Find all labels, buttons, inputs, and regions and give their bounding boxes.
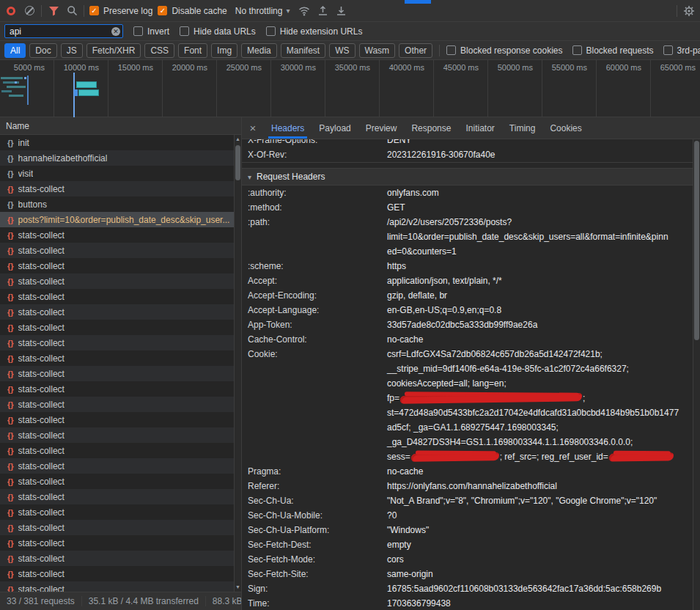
filter-chip-all[interactable]: All bbox=[4, 43, 26, 58]
request-row[interactable]: {}stats-collect bbox=[0, 504, 234, 520]
request-row[interactable]: {}stats-collect bbox=[0, 366, 234, 381]
filter-chip-img[interactable]: Img bbox=[211, 43, 237, 58]
request-row[interactable]: {}stats-collect bbox=[0, 381, 234, 397]
request-name: stats-collect bbox=[18, 261, 65, 271]
request-row[interactable]: {}stats-collect bbox=[0, 258, 234, 273]
request-row[interactable]: {}buttons bbox=[0, 196, 234, 212]
tab-payload[interactable]: Payload bbox=[312, 117, 358, 139]
header-value: en-GB,en-US;q=0.9,en;q=0.8 bbox=[387, 303, 693, 317]
request-row[interactable]: {}stats-collect bbox=[0, 243, 234, 258]
blocked-response-cookies-checkbox[interactable]: Blocked response cookies bbox=[446, 45, 562, 56]
header-value-line: ad5cf; _ga=GA1.1.689275447.1698003345; bbox=[387, 420, 682, 435]
request-row[interactable]: {}posts?limit=10&order=publish_date_desc… bbox=[0, 212, 234, 227]
detail-scrollbar[interactable] bbox=[693, 139, 700, 610]
filter-chip-other[interactable]: Other bbox=[399, 43, 432, 58]
request-row[interactable]: {}stats-collect bbox=[0, 520, 234, 535]
filter-chip-font[interactable]: Font bbox=[178, 43, 207, 58]
filter-chip-wasm[interactable]: Wasm bbox=[359, 43, 396, 58]
script-icon: {} bbox=[7, 262, 14, 271]
filter-chip-js[interactable]: JS bbox=[61, 43, 83, 58]
import-har-icon[interactable] bbox=[316, 4, 329, 18]
filter-chip-doc[interactable]: Doc bbox=[29, 43, 56, 58]
third-party-requests-checkbox[interactable]: 3rd-party requests bbox=[663, 45, 700, 56]
scroll-down-icon[interactable]: ▼ bbox=[235, 583, 240, 592]
network-overview-timeline[interactable]: 5000 ms10000 ms15000 ms20000 ms25000 ms3… bbox=[0, 60, 700, 117]
request-row[interactable]: {}stats-collect bbox=[0, 412, 234, 427]
scroll-up-icon[interactable]: ▲ bbox=[235, 135, 240, 144]
timeline-tick: 50000 ms bbox=[488, 60, 542, 117]
request-row[interactable]: {}stats-collect bbox=[0, 535, 234, 551]
tab-timing[interactable]: Timing bbox=[502, 117, 543, 139]
hide-extension-urls-checkbox[interactable]: Hide extension URLs bbox=[266, 26, 363, 37]
resources-size: 88.3 kB bbox=[206, 596, 241, 606]
request-row[interactable]: {}stats-collect bbox=[0, 458, 234, 474]
script-icon: {} bbox=[7, 169, 14, 178]
header-row: Sec-Fetch-Dest:empty bbox=[242, 537, 693, 552]
request-row[interactable]: {}stats-collect bbox=[0, 489, 234, 504]
header-value: application/json, text/plain, */* bbox=[387, 273, 693, 288]
request-row[interactable]: {}stats-collect bbox=[0, 474, 234, 489]
blocked-requests-checkbox[interactable]: Blocked requests bbox=[572, 45, 654, 56]
filter-chip-media[interactable]: Media bbox=[241, 43, 277, 58]
request-row[interactable]: {}stats-collect bbox=[0, 181, 234, 196]
header-name: Sec-Fetch-Mode: bbox=[248, 552, 387, 567]
checkbox bbox=[133, 26, 143, 36]
tab-preview[interactable]: Preview bbox=[358, 117, 405, 139]
request-name: buttons bbox=[18, 199, 47, 210]
request-row[interactable]: {}stats-collect bbox=[0, 427, 234, 443]
search-icon[interactable] bbox=[65, 4, 78, 18]
tab-cookies[interactable]: Cookies bbox=[542, 117, 589, 139]
throttling-dropdown[interactable]: No throttling ▾ bbox=[232, 4, 293, 18]
request-row[interactable]: {}stats-collect bbox=[0, 304, 234, 320]
request-row[interactable]: {}stats-collect bbox=[0, 581, 234, 592]
request-row[interactable]: {}stats-collect bbox=[0, 320, 234, 335]
filter-chip-ws[interactable]: WS bbox=[329, 43, 355, 58]
request-headers-section-header[interactable]: ▾ Request Headers bbox=[242, 168, 693, 185]
request-row[interactable]: {}stats-collect bbox=[0, 289, 234, 304]
request-row[interactable]: {}stats-collect bbox=[0, 273, 234, 289]
waterfall-block bbox=[78, 89, 99, 96]
filter-icon[interactable] bbox=[47, 4, 60, 18]
invert-checkbox[interactable]: Invert bbox=[133, 26, 169, 37]
tab-initiator[interactable]: Initiator bbox=[458, 117, 501, 139]
filter-input[interactable] bbox=[4, 24, 123, 38]
request-list-scrollbar[interactable]: ▲ ▼ bbox=[234, 135, 241, 592]
request-row[interactable]: {}stats-collect bbox=[0, 551, 234, 566]
request-row[interactable]: {}hannahelizabethofficial bbox=[0, 150, 234, 166]
request-row[interactable]: {}stats-collect bbox=[0, 566, 234, 581]
request-row[interactable]: {}init bbox=[0, 135, 234, 150]
preserve-log-checkbox[interactable]: Preserve log bbox=[89, 6, 152, 16]
clear-filter-icon[interactable]: ✕ bbox=[111, 27, 120, 36]
request-row[interactable]: {}stats-collect bbox=[0, 335, 234, 350]
name-column-header[interactable]: Name bbox=[0, 117, 241, 135]
filter-chip-css[interactable]: CSS bbox=[144, 43, 174, 58]
record-button[interactable] bbox=[4, 4, 18, 18]
request-name: init bbox=[18, 138, 29, 148]
settings-gear-icon[interactable] bbox=[682, 4, 696, 18]
export-har-icon[interactable] bbox=[334, 4, 347, 18]
request-row[interactable]: {}stats-collect bbox=[0, 227, 234, 243]
detail-tab-bar: × HeadersPayloadPreviewResponseInitiator… bbox=[242, 117, 700, 139]
header-value-text: csrf=LdfcGX4Sa72db06824c657db26a5d142472… bbox=[387, 349, 603, 359]
header-name: Accept: bbox=[248, 273, 387, 288]
scrollbar-thumb[interactable] bbox=[235, 145, 240, 180]
timeline-tick-label: 40000 ms bbox=[389, 63, 424, 72]
checkbox bbox=[180, 26, 189, 36]
request-row[interactable]: {}stats-collect bbox=[0, 443, 234, 458]
clear-button[interactable] bbox=[23, 4, 36, 18]
network-conditions-icon[interactable] bbox=[298, 4, 311, 18]
filter-chip-manifest[interactable]: Manifest bbox=[281, 43, 325, 58]
scrollbar-thumb[interactable] bbox=[694, 141, 699, 340]
tab-response[interactable]: Response bbox=[404, 117, 458, 139]
tab-headers[interactable]: Headers bbox=[264, 117, 312, 139]
hide-data-urls-checkbox[interactable]: Hide data URLs bbox=[180, 26, 256, 37]
invert-label: Invert bbox=[147, 26, 169, 37]
header-value: /api2/v2/users/20572336/posts?limit=10&o… bbox=[387, 215, 693, 259]
request-row[interactable]: {}visit bbox=[0, 166, 234, 181]
disable-cache-checkbox[interactable]: Disable cache bbox=[158, 6, 226, 16]
filter-chip-fetch-xhr[interactable]: Fetch/XHR bbox=[86, 43, 141, 58]
request-row[interactable]: {}stats-collect bbox=[0, 350, 234, 366]
request-row[interactable]: {}stats-collect bbox=[0, 397, 234, 412]
waterfall-bar bbox=[1, 77, 23, 79]
close-icon[interactable]: × bbox=[242, 117, 264, 139]
